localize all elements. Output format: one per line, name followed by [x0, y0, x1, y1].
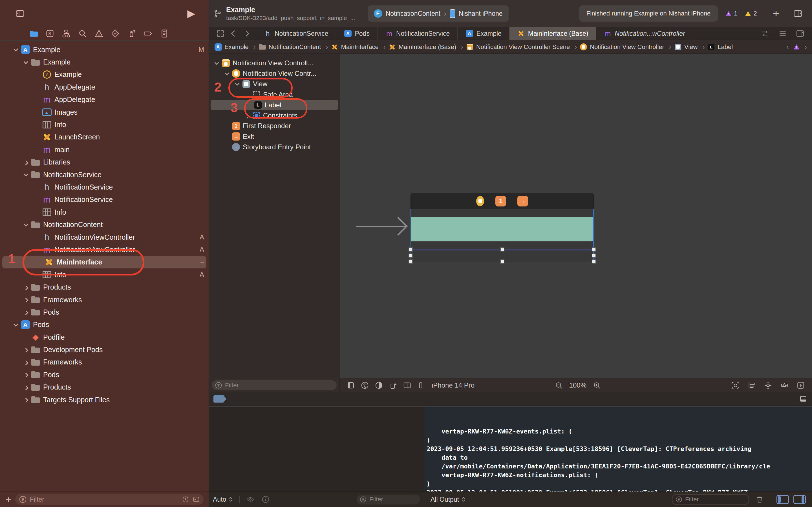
recent-files-clock-icon[interactable]: [182, 496, 190, 503]
next-issue-icon[interactable]: ›: [804, 43, 807, 51]
outline-row[interactable]: Safe Area: [209, 89, 340, 100]
editor-tab[interactable]: NotificationService: [377, 27, 458, 40]
sidebar-file-row[interactable]: Pods: [0, 369, 209, 381]
sidebar-file-row[interactable]: MainInterface −: [2, 256, 206, 269]
breadcrumb-item[interactable]: Notification View Controller: [579, 43, 674, 51]
source-control-navigator-icon[interactable]: [45, 29, 55, 38]
code-review-icon[interactable]: [761, 29, 770, 38]
disclosure-chevron-icon[interactable]: [33, 108, 42, 116]
disclosure-chevron-icon[interactable]: [33, 145, 42, 154]
go-back-icon[interactable]: [231, 31, 238, 37]
editor-tab[interactable]: NotificationService: [256, 27, 336, 40]
disclosure-chevron-icon[interactable]: [33, 245, 42, 254]
disclosure-chevron-icon[interactable]: [22, 371, 31, 379]
sidebar-file-row[interactable]: NotificationViewController A: [0, 231, 209, 243]
disclosure-chevron-icon[interactable]: [223, 122, 232, 130]
disclosure-chevron-icon[interactable]: [22, 308, 31, 316]
view-controller-dock-icon[interactable]: [476, 196, 484, 206]
show-variables-view-icon[interactable]: [776, 495, 789, 504]
sidebar-file-row[interactable]: NotificationService: [0, 181, 209, 193]
resize-handle[interactable]: [409, 260, 413, 264]
breadcrumb-item[interactable]: Label: [707, 43, 733, 51]
disclosure-chevron-icon[interactable]: [233, 80, 242, 88]
project-navigator-icon[interactable]: [29, 29, 38, 38]
disclosure-chevron-icon[interactable]: [33, 183, 42, 191]
clear-console-trash-icon[interactable]: [755, 495, 764, 504]
sidebar-file-row[interactable]: Pods: [0, 306, 209, 318]
variables-view[interactable]: [209, 407, 424, 492]
update-frames-icon[interactable]: [731, 381, 740, 390]
add-file-button[interactable]: +: [6, 494, 11, 505]
sidebar-file-row[interactable]: Libraries: [0, 156, 209, 168]
disclosure-chevron-icon[interactable]: [33, 195, 42, 204]
disclosure-chevron-icon[interactable]: [22, 383, 31, 392]
breadcrumb-item[interactable]: Example: [214, 43, 258, 51]
disclosure-chevron-icon[interactable]: [22, 295, 31, 304]
editor-tab[interactable]: Notification...wController: [596, 27, 693, 40]
navigator-toggle-icon[interactable]: [13, 8, 27, 18]
sidebar-file-row[interactable]: NotificationViewController A: [0, 243, 209, 256]
disclosure-chevron-icon[interactable]: [22, 170, 31, 179]
sidebar-file-row[interactable]: AppDelegate: [0, 81, 209, 93]
disclosure-chevron-icon[interactable]: [245, 101, 253, 109]
disclosure-chevron-icon[interactable]: [22, 333, 31, 341]
zoom-in-icon[interactable]: [593, 381, 601, 390]
sidebar-file-row[interactable]: Example: [0, 68, 209, 81]
disclosure-chevron-icon[interactable]: [33, 70, 42, 79]
embed-icon[interactable]: [796, 381, 805, 390]
show-console-view-icon[interactable]: [794, 495, 806, 504]
watch-eye-icon[interactable]: [246, 495, 255, 504]
previous-issue-icon[interactable]: ‹: [786, 43, 789, 51]
sidebar-file-row[interactable]: Frameworks: [0, 356, 209, 369]
disclosure-chevron-icon[interactable]: [33, 233, 42, 241]
resize-handle[interactable]: [592, 253, 596, 258]
outline-row[interactable]: First Responder: [209, 121, 340, 131]
debug-session-tag[interactable]: [213, 395, 226, 403]
sidebar-file-row[interactable]: AppDelegate: [0, 94, 209, 106]
report-navigator-icon[interactable]: [160, 29, 169, 38]
resize-handle[interactable]: [409, 253, 413, 258]
sidebar-file-row[interactable]: Targets Support Files: [0, 393, 209, 406]
add-constraints-icon[interactable]: [763, 381, 772, 390]
error-badge[interactable]: 1: [725, 10, 737, 17]
navigator-filter-field[interactable]: Filter: [15, 494, 204, 505]
breadcrumb-item[interactable]: MainInterface (Base): [388, 43, 466, 51]
device-name[interactable]: iPhone 14 Pro: [432, 381, 474, 389]
sidebar-file-row[interactable]: Products: [0, 281, 209, 293]
disclosure-chevron-icon[interactable]: [33, 121, 42, 129]
find-navigator-icon[interactable]: [78, 29, 87, 38]
disclosure-chevron-icon[interactable]: [223, 132, 232, 141]
sidebar-file-row[interactable]: Frameworks: [0, 293, 209, 306]
scheme-target[interactable]: NotificationContent: [386, 10, 441, 17]
console-output[interactable]: vertap-RKW-R77-KW6Z-events.plist: ()2023…: [424, 407, 812, 492]
first-responder-dock-icon[interactable]: 1: [495, 196, 506, 207]
outline-row[interactable]: View: [209, 79, 340, 89]
disclosure-chevron-icon[interactable]: [33, 83, 42, 91]
outline-row[interactable]: Storyboard Entry Point: [209, 142, 340, 152]
interface-builder-canvas[interactable]: 1 →: [340, 54, 812, 378]
disclosure-chevron-icon[interactable]: [12, 321, 20, 329]
disclosure-chevron-icon[interactable]: [22, 158, 31, 166]
editor-tab[interactable]: MainInterface (Base): [509, 27, 596, 40]
editor-tab[interactable]: Pods: [336, 27, 377, 40]
debug-navigator-icon[interactable]: [127, 29, 137, 38]
disclosure-chevron-icon[interactable]: [22, 283, 31, 291]
device-orientation-icon[interactable]: [389, 381, 397, 390]
variables-scope-selector[interactable]: Auto: [213, 496, 233, 503]
resize-handle[interactable]: [592, 260, 596, 264]
editor-options-icon[interactable]: [778, 29, 787, 38]
breakpoint-navigator-icon[interactable]: [143, 29, 153, 38]
info-icon[interactable]: [261, 495, 270, 504]
disclosure-chevron-icon[interactable]: [223, 143, 232, 151]
disclosure-chevron-icon[interactable]: [33, 270, 42, 279]
disclosure-chevron-icon[interactable]: [22, 346, 31, 354]
test-navigator-icon[interactable]: [110, 29, 120, 38]
sidebar-file-row[interactable]: Development Pods: [0, 343, 209, 356]
device-bezels-icon[interactable]: [417, 381, 424, 390]
sidebar-file-row[interactable]: Products: [0, 381, 209, 393]
add-editor-icon[interactable]: [796, 29, 805, 38]
label-view[interactable]: [411, 217, 593, 241]
disclosure-chevron-icon[interactable]: [33, 133, 42, 142]
outline-row[interactable]: Label: [211, 100, 338, 110]
outline-row[interactable]: Notification View Contr...: [209, 68, 340, 78]
